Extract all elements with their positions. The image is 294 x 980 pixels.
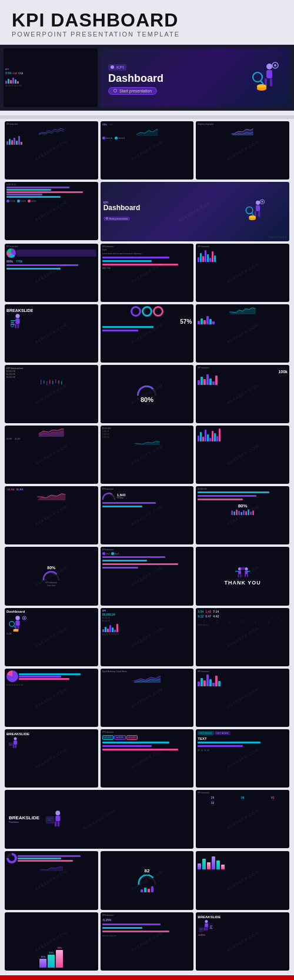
- slides-row-12: AVAXGFX.COM BREAKSLIDE Presentation: [5, 790, 289, 849]
- slide-gauge-82: AVAXGFX.COM 82: [101, 851, 194, 909]
- svg-rect-49: [239, 511, 240, 515]
- svg-point-25: [15, 314, 19, 318]
- slide-kpi-multi: AVAXGFX.COM KPI Instruction $5,250,200 $…: [5, 365, 98, 423]
- svg-rect-54: [250, 512, 252, 516]
- slide-kpi-instruction2: AVAXGFX.COM KPI Instruction TEXT Lorem i…: [101, 244, 194, 302]
- thank-you-person: [235, 567, 250, 579]
- svg-rect-102: [210, 926, 212, 928]
- svg-marker-11: [136, 129, 158, 136]
- slide-click-buttons: AVAXGFX.COM KPI Instruction ■ CLICK ■ CL…: [101, 729, 194, 788]
- svg-point-21: [262, 201, 263, 203]
- slides-row-2: AVAXGFX.COM 15 25 13 13 CLICK CLICK CLIC…: [5, 182, 289, 241]
- svg-point-24: [249, 215, 256, 218]
- svg-point-67: [15, 616, 19, 620]
- svg-rect-66: [240, 567, 245, 570]
- slide-breakslide: AVAXGFX.COM BREAKSLIDE: [5, 304, 98, 363]
- svg-rect-51: [243, 510, 245, 515]
- svg-point-10: [257, 84, 266, 88]
- kpi-dot: [111, 65, 114, 69]
- slide-circles-57: AVAXGFX.COM 57%: [101, 304, 194, 363]
- slides-row-10: AVAXGFX.COM 95 61 22 43 15 13 82 AVAXGFX…: [5, 669, 289, 727]
- slide-area-chart: AVAXGFX.COM Diagram infographic: [196, 121, 289, 180]
- slide-bar-stats: AVAXGFX.COM 15 25 13 13 CLICK CLICK CLIC…: [5, 182, 98, 240]
- slide-breakslide3: AVAXGFX.COM BREAKSLIDE Presentation: [5, 790, 193, 849]
- svg-rect-89: [55, 821, 56, 826]
- slide-wave-bar: AVAXGFX.COM: [196, 304, 289, 363]
- slide-kpi-num2: AVAXGFX.COM KPI Instruction -5.25% data …: [101, 912, 194, 971]
- play-icon: [113, 89, 117, 92]
- slide-breakslide4: AVAXGFX.COM BREAKSLIDE -5.25%: [196, 912, 289, 971]
- slide-bar-grouped: AVAXGFX.COM: [196, 426, 289, 484]
- person-illus-2: [242, 198, 265, 222]
- svg-rect-1: [266, 70, 272, 78]
- slide-donut-chart: AVAXGFX.COM: [5, 851, 98, 909]
- slide-line-chart: AVAXGFX.COM 13% 11% Series A Series B: [101, 121, 194, 180]
- svg-marker-44: [135, 441, 160, 445]
- slide-stats-80pct: AVAXGFX.COM $5,250,200 80%: [196, 486, 289, 544]
- slide-kpi-instruction: AVAXGFX.COM KPI Instruction 990k 770k: [5, 244, 98, 302]
- svg-rect-97: [205, 923, 208, 927]
- dashboard-person-svg: [6, 615, 27, 632]
- slide-area-chart2: AVAXGFX.COM Digital Marketing / Digital …: [101, 669, 194, 727]
- slide-dashboard-person: AVAXGFX.COM Dashboard CLICK: [5, 608, 98, 666]
- slide-kpi-num-row: AVAXGFX.COM KPI Instruction 24 data 56 d…: [196, 790, 289, 848]
- area-chart2-svg: [102, 673, 192, 683]
- preview-banner: APR 3:54 1:42 7:14 54 ♥ 10 71 32 CLICK K…: [0, 45, 294, 111]
- svg-rect-90: [58, 821, 59, 826]
- svg-point-0: [266, 64, 272, 69]
- area-chart-svg: [198, 126, 288, 135]
- slide-clock-stats: AVAXGFX.COM 3:54 1:42 7:14 9:12 6:47 4:4…: [196, 608, 289, 666]
- slide-stats-list: AVAXGFX.COM $5,250,200 5,090.24 5,250.38…: [101, 426, 194, 484]
- slides-row-7: AVAXGFX.COM -18,764 31,301 AVAXGFX.COM K…: [5, 486, 289, 544]
- slide-kpi-featured: AVAXGFX.COM KPI Dashboard Start presenta…: [101, 182, 289, 241]
- slide-get-more: AVAXGFX.COM GET MORE GET MORE TEXT 9561 …: [196, 729, 289, 788]
- circle-1: [131, 306, 141, 317]
- slides-row-9: AVAXGFX.COM Dashboard CLICK AVAXGFX.COM …: [5, 608, 289, 666]
- svg-point-96: [205, 920, 208, 923]
- svg-rect-48: [236, 510, 238, 515]
- svg-rect-28: [17, 324, 19, 328]
- svg-rect-81: [14, 740, 17, 745]
- donut-chart-1: [6, 853, 17, 863]
- svg-rect-17: [259, 211, 260, 217]
- slide-kpi-bar2: AVAXGFX.COM KPI Instruction 100k: [196, 365, 289, 423]
- area-mini-svg: [102, 440, 192, 445]
- page-title: KPI DASHBOARD: [12, 11, 282, 29]
- banner-title: Dashboard: [108, 73, 242, 84]
- page-subtitle: POWERPOINT PRESENTATION TEMPLATE: [12, 31, 282, 38]
- slides-row-13: AVAXGFX.COM AVAXGFX.COM 82: [5, 851, 289, 909]
- slide-breakslide2: AVAXGFX.COM BREAKSLIDE: [5, 729, 98, 788]
- slides-row-11: AVAXGFX.COM BREAKSLIDE AVAXGFX.COM KPI I…: [5, 729, 289, 788]
- svg-rect-26: [15, 318, 19, 324]
- svg-rect-15: [256, 205, 260, 211]
- slides-section: AVAXGFX.COM KPI Instruction AVAXGFX.: [0, 119, 294, 975]
- banner-right: [247, 61, 282, 95]
- svg-rect-60: [235, 571, 238, 572]
- banner-slide-1: APR 3:54 1:42 7:14 54 ♥ 10 71 32 CLICK: [4, 48, 98, 107]
- svg-rect-58: [238, 574, 239, 577]
- slide-area-pink: AVAXGFX.COM -18,764 31,301: [5, 486, 98, 544]
- banner-left: KPI Dashboard Start presentation: [108, 61, 242, 95]
- svg-rect-103: [210, 928, 212, 929]
- breakslide3-svg: [44, 809, 68, 830]
- wave-bar-svg: [198, 306, 288, 314]
- svg-rect-83: [15, 745, 17, 748]
- svg-rect-57: [238, 570, 241, 574]
- start-presentation-button[interactable]: Start presentation: [108, 87, 157, 95]
- svg-line-19: [252, 213, 254, 215]
- circle-3: [153, 306, 163, 317]
- slide-apr-stats: AVAXGFX.COM APR $5,090.24 $5,090.00 $5,2…: [101, 608, 194, 666]
- slides-row-1: AVAXGFX.COM KPI Instruction AVAXGFX.: [5, 121, 289, 180]
- svg-point-74: [24, 617, 25, 618]
- svg-rect-29: [11, 320, 15, 321]
- svg-point-80: [14, 737, 17, 740]
- svg-line-5: [260, 81, 263, 84]
- gauge-mini: [102, 492, 115, 500]
- svg-rect-46: [232, 511, 233, 516]
- svg-rect-55: [253, 511, 255, 516]
- svg-rect-84: [9, 743, 14, 746]
- svg-rect-63: [245, 574, 246, 577]
- svg-point-7: [274, 64, 276, 67]
- slide-kpi-bar: AVAXGFX.COM KPI Instruction: [196, 244, 289, 302]
- slide-wave-stats: AVAXGFX.COM 18,764 31,301: [5, 426, 98, 484]
